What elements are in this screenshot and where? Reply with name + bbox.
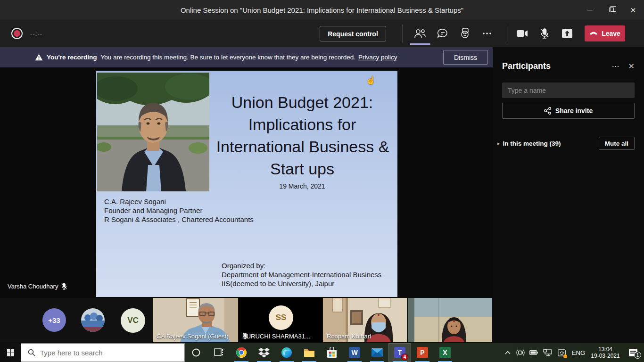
mail-icon	[372, 348, 383, 357]
overflow-participants-bubble[interactable]: +33	[42, 308, 66, 332]
search-input[interactable]	[40, 349, 172, 357]
close-icon: ✕	[630, 7, 636, 14]
taskbar-app-dropbox[interactable]	[253, 343, 275, 362]
taskbar-app-store[interactable]	[321, 343, 343, 362]
panel-more-button[interactable]: ⋯	[612, 62, 620, 71]
participants-title: Participants	[502, 61, 612, 71]
reactions-button[interactable]	[454, 25, 475, 41]
toolbar-divider	[507, 25, 507, 42]
video-feed	[408, 298, 492, 342]
slide-title: Union Budget 2021: Implications for Inte…	[208, 91, 396, 180]
tray-expand-button[interactable]	[502, 343, 514, 362]
record-dot-icon	[11, 28, 23, 39]
banner-bold-text: You're recording	[47, 54, 97, 61]
share-tray-icon	[561, 28, 573, 39]
participant-name: CA Rajeev Sogani (Guest)	[157, 333, 228, 340]
tray-language[interactable]: ENG	[569, 343, 588, 362]
slide-date: 19 March, 2021	[208, 182, 396, 190]
chevron-up-icon	[505, 351, 511, 354]
raise-hand-icon	[459, 28, 471, 39]
taskbar-app-teams[interactable]: T 4	[388, 343, 411, 362]
request-control-button[interactable]: Request control	[320, 26, 386, 41]
share-invite-label: Share invite	[555, 107, 593, 115]
share-screen-button[interactable]	[557, 25, 578, 41]
video-filmstrip: +33 VC CA Rajeev Sogani (Guest) SS	[0, 298, 493, 342]
restore-icon	[609, 8, 614, 12]
organizer-line: IIS(deemed to be University), Jaipur	[222, 279, 381, 288]
presenter-name: C.A. Rajeev Sogani	[104, 197, 254, 206]
video-tile-unnamed[interactable]	[408, 298, 492, 342]
participants-toggle-button[interactable]	[410, 25, 430, 41]
share-invite-button[interactable]: Share invite	[502, 103, 635, 119]
panel-close-button[interactable]: ✕	[628, 62, 635, 71]
task-view-button[interactable]	[207, 343, 230, 362]
participant-avatar[interactable]	[81, 308, 105, 332]
taskbar-app-word[interactable]: W	[343, 343, 366, 362]
edge-icon	[281, 347, 292, 358]
presenter-photo	[97, 73, 209, 191]
privacy-policy-link[interactable]: Privacy policy	[358, 54, 397, 61]
notification-count-badge: 1	[634, 352, 641, 359]
tray-network[interactable]	[540, 343, 554, 362]
video-tile-roopam[interactable]: Roopam Kothari	[323, 298, 407, 342]
slide-presenter-block: C.A. Rajeev Sogani Founder and Managing …	[104, 197, 254, 224]
close-button[interactable]: ✕	[622, 0, 644, 20]
dropbox-icon	[258, 347, 270, 358]
leave-button[interactable]: Leave	[585, 25, 625, 41]
participant-search-input[interactable]	[502, 82, 635, 98]
slide-title-line: Start ups	[208, 158, 396, 180]
leave-label: Leave	[602, 30, 620, 37]
mic-toggle-button[interactable]	[534, 25, 555, 41]
video-tile-rajeev[interactable]: CA Rajeev Sogani (Guest)	[153, 298, 238, 342]
battery-icon	[529, 350, 538, 355]
window-title: Online Session on "Union Budget 2021: Im…	[0, 6, 644, 14]
taskbar-app-excel[interactable]: X	[434, 343, 456, 362]
file-explorer-icon	[304, 348, 315, 357]
task-view-icon	[214, 348, 223, 357]
cortana-button[interactable]	[185, 343, 207, 362]
tray-sync[interactable]	[554, 343, 569, 362]
presenter-firm: R Sogani & Associates , Chartered Accoun…	[104, 215, 254, 224]
taskbar-app-powerpoint[interactable]: P	[411, 343, 434, 362]
people-icon	[414, 28, 426, 39]
mic-off-icon	[242, 333, 248, 339]
meeting-toolbar: --:-- Request control Leave	[0, 20, 644, 47]
participant-initials-bubble[interactable]: VC	[121, 308, 145, 333]
taskbar-app-mail[interactable]	[366, 343, 388, 362]
slide-title-line: Union Budget 2021:	[208, 91, 396, 114]
title-bar: Online Session on "Union Budget 2021: Im…	[0, 0, 644, 20]
dismiss-button[interactable]: Dismiss	[443, 50, 488, 65]
expand-caret-icon[interactable]: ▸	[497, 140, 500, 147]
taskbar-search[interactable]	[21, 343, 185, 362]
network-icon	[543, 349, 552, 356]
mic-off-icon	[61, 283, 67, 290]
tray-battery[interactable]	[527, 343, 540, 362]
tray-clock[interactable]: 13:04 19-03-2021	[588, 346, 622, 359]
taskbar-app-chrome[interactable]	[230, 343, 253, 362]
meeting-section-row: ▸ In this meeting (39) Mute all	[502, 137, 635, 150]
chat-button[interactable]	[432, 25, 453, 41]
camera-toggle-button[interactable]	[512, 25, 533, 41]
taskbar-app-edge[interactable]	[275, 343, 298, 362]
meeting-section-label[interactable]: In this meeting (39)	[503, 140, 599, 147]
microsoft-store-icon	[327, 347, 337, 358]
word-icon: W	[349, 347, 360, 358]
recording-banner: You're recording You are recording this …	[0, 47, 493, 67]
pinned-participant-name: Varsha Choudhary	[8, 283, 58, 290]
excel-glyph: X	[443, 349, 447, 356]
more-options-button[interactable]	[477, 25, 497, 41]
taskbar-app-file-explorer[interactable]	[298, 343, 321, 362]
minimize-button[interactable]	[579, 0, 601, 20]
organizer-line: Department of Management-International B…	[222, 270, 381, 279]
presenter-role: Founder and Managing Partner	[104, 206, 254, 215]
slide-organizer-block: Organized by: Department of Management-I…	[222, 261, 381, 288]
search-icon	[28, 349, 35, 356]
action-center-button[interactable]: 1	[622, 343, 644, 362]
mute-all-button[interactable]: Mute all	[599, 137, 635, 150]
restore-button[interactable]	[601, 0, 622, 20]
teams-notification-badge: 4	[401, 354, 408, 361]
video-tile-suruchi[interactable]: SS SURUCHI SHARMA31...	[239, 298, 322, 342]
chrome-icon	[236, 347, 247, 358]
tray-camera-indicator[interactable]	[514, 343, 527, 362]
start-button[interactable]	[0, 343, 21, 362]
